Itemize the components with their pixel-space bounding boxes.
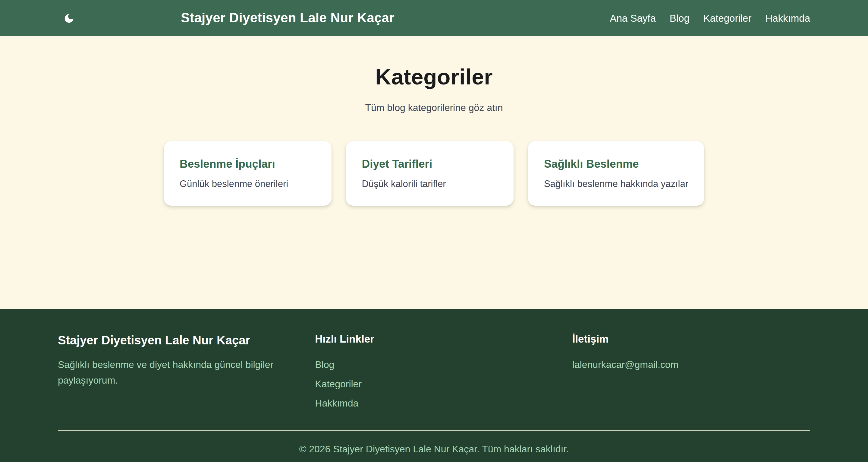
footer-about-column: Stajyer Diyetisyen Lale Nur Kaçar Sağlık…: [58, 332, 296, 415]
nav-link-hakkimda[interactable]: Hakkımda: [765, 11, 810, 25]
dark-mode-toggle-button[interactable]: [61, 10, 77, 26]
footer-contact-title: İletişim: [572, 332, 810, 347]
footer-link-hakkimda[interactable]: Hakkımda: [315, 398, 358, 408]
footer-link-kategoriler[interactable]: Kategoriler: [315, 379, 362, 389]
contact-email-link[interactable]: lalenurkacar@gmail.com: [572, 359, 679, 370]
footer-contact-column: İletişim lalenurkacar@gmail.com: [572, 332, 810, 415]
main-content: Kategoriler Tüm blog kategorilerine göz …: [0, 36, 868, 309]
site-title[interactable]: Stajyer Diyetisyen Lale Nur Kaçar: [181, 10, 395, 27]
category-card-beslenme-ipuclari[interactable]: Beslenme İpuçları Günlük beslenme öneril…: [164, 141, 332, 206]
footer-link-blog[interactable]: Blog: [315, 359, 334, 370]
category-card-title: Diyet Tarifleri: [362, 156, 498, 172]
category-card-saglikli-beslenme[interactable]: Sağlıklı Beslenme Sağlıklı beslenme hakk…: [528, 141, 704, 206]
list-item: lalenurkacar@gmail.com: [572, 358, 810, 372]
header: Stajyer Diyetisyen Lale Nur Kaçar Ana Sa…: [0, 0, 868, 36]
category-card-description: Günlük beslenme önerileri: [180, 177, 316, 191]
page-title: Kategoriler: [0, 64, 868, 90]
category-card-diyet-tarifleri[interactable]: Diyet Tarifleri Düşük kalorili tarifler: [346, 141, 514, 206]
category-card-description: Düşük kalorili tarifler: [362, 177, 498, 191]
category-card-title: Sağlıklı Beslenme: [544, 156, 688, 172]
footer-quick-links-column: Hızlı Linkler Blog Kategoriler Hakkımda: [315, 332, 553, 415]
nav-link-blog[interactable]: Blog: [670, 11, 689, 25]
footer: Stajyer Diyetisyen Lale Nur Kaçar Sağlık…: [0, 309, 868, 462]
nav-link-kategoriler[interactable]: Kategoriler: [704, 11, 752, 25]
footer-columns: Stajyer Diyetisyen Lale Nur Kaçar Sağlık…: [58, 332, 810, 415]
category-card-description: Sağlıklı beslenme hakkında yazılar: [544, 177, 688, 191]
footer-brand-title: Stajyer Diyetisyen Lale Nur Kaçar: [58, 332, 296, 349]
category-card-grid: Beslenme İpuçları Günlük beslenme öneril…: [164, 141, 704, 206]
category-card-title: Beslenme İpuçları: [180, 156, 316, 172]
footer-quick-links-title: Hızlı Linkler: [315, 332, 553, 347]
footer-divider: [58, 430, 810, 431]
copyright-text: © 2026 Stajyer Diyetisyen Lale Nur Kaçar…: [58, 443, 810, 456]
list-item: Hakkımda: [315, 396, 553, 411]
footer-brand-description: Sağlıklı beslenme ve diyet hakkında günc…: [58, 357, 296, 388]
list-item: Kategoriler: [315, 377, 553, 392]
footer-quick-links-list: Blog Kategoriler Hakkımda: [315, 358, 553, 411]
page-subtitle: Tüm blog kategorilerine göz atın: [0, 101, 868, 115]
main-nav: Ana Sayfa Blog Kategoriler Hakkımda: [610, 11, 810, 25]
list-item: Blog: [315, 358, 553, 372]
moon-icon: [63, 12, 75, 24]
page: Stajyer Diyetisyen Lale Nur Kaçar Ana Sa…: [0, 0, 868, 462]
nav-link-ana-sayfa[interactable]: Ana Sayfa: [610, 11, 656, 25]
